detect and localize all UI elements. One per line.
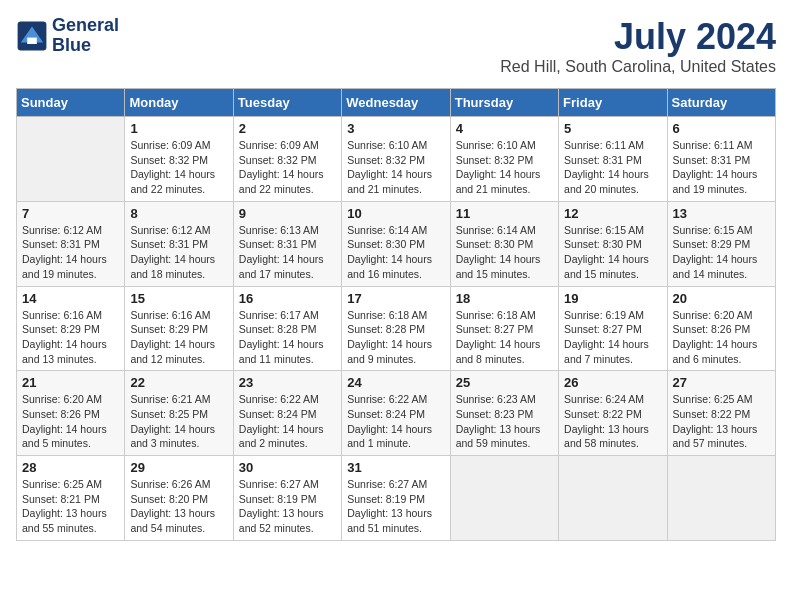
day-info: Sunrise: 6:27 AM Sunset: 8:19 PM Dayligh… [347,477,444,536]
day-header: Thursday [450,89,558,117]
logo-text: General Blue [52,16,119,56]
day-info: Sunrise: 6:10 AM Sunset: 8:32 PM Dayligh… [456,138,553,197]
day-number: 23 [239,375,336,390]
calendar-day-cell: 30Sunrise: 6:27 AM Sunset: 8:19 PM Dayli… [233,456,341,541]
day-number: 20 [673,291,770,306]
day-number: 16 [239,291,336,306]
day-number: 29 [130,460,227,475]
day-info: Sunrise: 6:10 AM Sunset: 8:32 PM Dayligh… [347,138,444,197]
calendar-day-cell: 24Sunrise: 6:22 AM Sunset: 8:24 PM Dayli… [342,371,450,456]
logo: General Blue [16,16,119,56]
calendar-day-cell: 21Sunrise: 6:20 AM Sunset: 8:26 PM Dayli… [17,371,125,456]
day-header: Monday [125,89,233,117]
title-area: July 2024 Red Hill, South Carolina, Unit… [500,16,776,76]
day-number: 17 [347,291,444,306]
day-number: 21 [22,375,119,390]
day-number: 13 [673,206,770,221]
calendar-day-cell: 17Sunrise: 6:18 AM Sunset: 8:28 PM Dayli… [342,286,450,371]
day-info: Sunrise: 6:25 AM Sunset: 8:21 PM Dayligh… [22,477,119,536]
day-number: 11 [456,206,553,221]
day-info: Sunrise: 6:12 AM Sunset: 8:31 PM Dayligh… [22,223,119,282]
day-info: Sunrise: 6:12 AM Sunset: 8:31 PM Dayligh… [130,223,227,282]
day-info: Sunrise: 6:20 AM Sunset: 8:26 PM Dayligh… [673,308,770,367]
day-number: 30 [239,460,336,475]
day-info: Sunrise: 6:25 AM Sunset: 8:22 PM Dayligh… [673,392,770,451]
calendar-day-cell: 5Sunrise: 6:11 AM Sunset: 8:31 PM Daylig… [559,117,667,202]
day-number: 15 [130,291,227,306]
svg-rect-2 [27,37,37,43]
calendar-day-cell: 4Sunrise: 6:10 AM Sunset: 8:32 PM Daylig… [450,117,558,202]
day-number: 26 [564,375,661,390]
day-header: Wednesday [342,89,450,117]
day-info: Sunrise: 6:14 AM Sunset: 8:30 PM Dayligh… [456,223,553,282]
calendar-table: SundayMondayTuesdayWednesdayThursdayFrid… [16,88,776,541]
day-info: Sunrise: 6:21 AM Sunset: 8:25 PM Dayligh… [130,392,227,451]
calendar-day-cell: 20Sunrise: 6:20 AM Sunset: 8:26 PM Dayli… [667,286,775,371]
calendar-day-cell: 2Sunrise: 6:09 AM Sunset: 8:32 PM Daylig… [233,117,341,202]
calendar-day-cell: 1Sunrise: 6:09 AM Sunset: 8:32 PM Daylig… [125,117,233,202]
day-info: Sunrise: 6:18 AM Sunset: 8:27 PM Dayligh… [456,308,553,367]
day-info: Sunrise: 6:22 AM Sunset: 8:24 PM Dayligh… [347,392,444,451]
calendar-day-cell: 12Sunrise: 6:15 AM Sunset: 8:30 PM Dayli… [559,201,667,286]
logo-icon [16,20,48,52]
calendar-day-cell: 27Sunrise: 6:25 AM Sunset: 8:22 PM Dayli… [667,371,775,456]
calendar-day-cell: 31Sunrise: 6:27 AM Sunset: 8:19 PM Dayli… [342,456,450,541]
day-number: 2 [239,121,336,136]
day-number: 5 [564,121,661,136]
calendar-day-cell: 18Sunrise: 6:18 AM Sunset: 8:27 PM Dayli… [450,286,558,371]
calendar-day-cell: 25Sunrise: 6:23 AM Sunset: 8:23 PM Dayli… [450,371,558,456]
day-number: 1 [130,121,227,136]
day-number: 7 [22,206,119,221]
day-info: Sunrise: 6:17 AM Sunset: 8:28 PM Dayligh… [239,308,336,367]
calendar-day-cell: 15Sunrise: 6:16 AM Sunset: 8:29 PM Dayli… [125,286,233,371]
day-number: 14 [22,291,119,306]
day-info: Sunrise: 6:13 AM Sunset: 8:31 PM Dayligh… [239,223,336,282]
day-header: Friday [559,89,667,117]
day-number: 10 [347,206,444,221]
calendar-day-cell [17,117,125,202]
calendar-day-cell: 22Sunrise: 6:21 AM Sunset: 8:25 PM Dayli… [125,371,233,456]
day-info: Sunrise: 6:23 AM Sunset: 8:23 PM Dayligh… [456,392,553,451]
day-number: 3 [347,121,444,136]
day-number: 9 [239,206,336,221]
day-header: Sunday [17,89,125,117]
day-info: Sunrise: 6:24 AM Sunset: 8:22 PM Dayligh… [564,392,661,451]
day-number: 25 [456,375,553,390]
calendar-day-cell: 23Sunrise: 6:22 AM Sunset: 8:24 PM Dayli… [233,371,341,456]
calendar-day-cell [559,456,667,541]
day-number: 19 [564,291,661,306]
calendar-day-cell: 16Sunrise: 6:17 AM Sunset: 8:28 PM Dayli… [233,286,341,371]
calendar-day-cell: 7Sunrise: 6:12 AM Sunset: 8:31 PM Daylig… [17,201,125,286]
calendar-day-cell: 29Sunrise: 6:26 AM Sunset: 8:20 PM Dayli… [125,456,233,541]
calendar-day-cell: 9Sunrise: 6:13 AM Sunset: 8:31 PM Daylig… [233,201,341,286]
day-number: 8 [130,206,227,221]
day-info: Sunrise: 6:16 AM Sunset: 8:29 PM Dayligh… [22,308,119,367]
calendar-day-cell: 26Sunrise: 6:24 AM Sunset: 8:22 PM Dayli… [559,371,667,456]
day-info: Sunrise: 6:11 AM Sunset: 8:31 PM Dayligh… [673,138,770,197]
day-info: Sunrise: 6:22 AM Sunset: 8:24 PM Dayligh… [239,392,336,451]
calendar-body: 1Sunrise: 6:09 AM Sunset: 8:32 PM Daylig… [17,117,776,541]
calendar-header-row: SundayMondayTuesdayWednesdayThursdayFrid… [17,89,776,117]
day-header: Tuesday [233,89,341,117]
day-number: 18 [456,291,553,306]
calendar-week-row: 28Sunrise: 6:25 AM Sunset: 8:21 PM Dayli… [17,456,776,541]
day-number: 31 [347,460,444,475]
day-info: Sunrise: 6:16 AM Sunset: 8:29 PM Dayligh… [130,308,227,367]
day-info: Sunrise: 6:09 AM Sunset: 8:32 PM Dayligh… [130,138,227,197]
day-number: 24 [347,375,444,390]
calendar-day-cell [450,456,558,541]
calendar-day-cell: 8Sunrise: 6:12 AM Sunset: 8:31 PM Daylig… [125,201,233,286]
calendar-day-cell: 14Sunrise: 6:16 AM Sunset: 8:29 PM Dayli… [17,286,125,371]
month-title: July 2024 [500,16,776,58]
header: General Blue July 2024 Red Hill, South C… [16,16,776,76]
day-number: 28 [22,460,119,475]
calendar-week-row: 14Sunrise: 6:16 AM Sunset: 8:29 PM Dayli… [17,286,776,371]
calendar-day-cell [667,456,775,541]
day-info: Sunrise: 6:14 AM Sunset: 8:30 PM Dayligh… [347,223,444,282]
day-info: Sunrise: 6:27 AM Sunset: 8:19 PM Dayligh… [239,477,336,536]
calendar-week-row: 21Sunrise: 6:20 AM Sunset: 8:26 PM Dayli… [17,371,776,456]
calendar-day-cell: 6Sunrise: 6:11 AM Sunset: 8:31 PM Daylig… [667,117,775,202]
calendar-day-cell: 10Sunrise: 6:14 AM Sunset: 8:30 PM Dayli… [342,201,450,286]
calendar-week-row: 7Sunrise: 6:12 AM Sunset: 8:31 PM Daylig… [17,201,776,286]
day-info: Sunrise: 6:18 AM Sunset: 8:28 PM Dayligh… [347,308,444,367]
